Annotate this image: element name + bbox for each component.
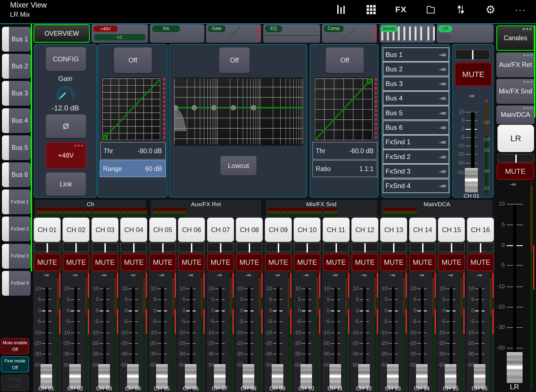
folder-icon[interactable] xyxy=(425,3,437,16)
gate-graph[interactable] xyxy=(102,78,161,141)
channel-mute-button[interactable]: MUTE xyxy=(380,254,407,271)
strip-insert-section[interactable]: Ins xyxy=(150,24,204,43)
gain-knob[interactable] xyxy=(55,83,76,103)
sidebar-item-bus-5[interactable]: Bus 5 xyxy=(2,135,31,160)
view-tab-mix-fx-snd[interactable]: Mix/FX Snd xyxy=(496,79,535,104)
more-icon[interactable]: ··· xyxy=(514,3,527,16)
channel-mute-button[interactable]: MUTE xyxy=(149,254,176,271)
channel-select-button[interactable]: CH 03 xyxy=(92,218,118,242)
channel-select-button[interactable]: CH 02 xyxy=(63,218,89,242)
channel-select-button[interactable]: CH 12 xyxy=(351,218,378,242)
meter-bars-icon[interactable] xyxy=(335,3,347,16)
sidebar-item-bus-1[interactable]: Bus 1 xyxy=(2,27,31,52)
eq-off-button[interactable]: Off xyxy=(219,47,250,73)
channel-pan-slider[interactable] xyxy=(410,243,436,252)
sidebar-item-bus-6[interactable]: Bus 6 xyxy=(2,162,31,187)
gate-threshold-row[interactable]: Thr -80.0 dB xyxy=(100,142,166,160)
channel-mute-button[interactable]: MUTE xyxy=(92,254,118,271)
channel-select-button[interactable]: CH 15 xyxy=(438,218,465,242)
send-row-bus-2[interactable]: Bus 2-∞ xyxy=(383,62,449,76)
fine-mode-button[interactable]: Fine mode Off xyxy=(1,356,29,372)
main-pan-slider[interactable] xyxy=(497,154,534,162)
send-row-bus-4[interactable]: Bus 4-∞ xyxy=(383,91,449,105)
main-fader-knob[interactable] xyxy=(507,352,523,383)
channel-mute-button[interactable]: MUTE xyxy=(236,254,263,271)
channel-select-button[interactable]: CH 04 xyxy=(120,218,147,242)
sidebar-item-fxsnd-4[interactable]: FxSnd 4 xyxy=(2,271,31,296)
channel-select-button[interactable]: CH 09 xyxy=(265,218,292,242)
link-button[interactable]: Link xyxy=(46,172,86,196)
eq-graph[interactable] xyxy=(174,78,303,145)
phantom-button[interactable]: +48V xyxy=(46,142,86,169)
comp-threshold-row[interactable]: Thr -60.0 dB xyxy=(312,142,377,160)
fader-knob[interactable] xyxy=(465,168,478,193)
channel-mute-button[interactable]: MUTE xyxy=(323,254,350,271)
channel-mute-button[interactable]: MUTE xyxy=(467,254,494,271)
channel-pan-slider[interactable] xyxy=(150,243,176,252)
lowcut-button[interactable]: Lowcut xyxy=(220,156,257,175)
channel-mute-button[interactable]: MUTE xyxy=(294,254,320,271)
channel-mute-button[interactable]: MUTE xyxy=(63,254,89,271)
channel-mute-button[interactable]: MUTE xyxy=(120,254,147,271)
channel-pan-slider[interactable] xyxy=(352,243,378,252)
channel-mute-button[interactable]: MUTE xyxy=(351,254,378,271)
decay-button[interactable]: Decay 0.20 s xyxy=(1,374,29,391)
channel-pan-slider[interactable] xyxy=(63,243,89,252)
channel-mute-button[interactable]: MUTE xyxy=(438,254,465,271)
strip-sends-section[interactable]: Sends xyxy=(380,24,435,43)
channel-pan-slider[interactable] xyxy=(467,243,494,252)
send-row-bus-3[interactable]: Bus 3-∞ xyxy=(383,77,449,91)
sidebar-item-fxsnd-2[interactable]: FxSnd 2 xyxy=(2,217,31,241)
channel-pan-slider[interactable] xyxy=(265,243,291,252)
channel-pan-slider[interactable] xyxy=(207,243,234,252)
channel-select-button[interactable]: CH 16 xyxy=(467,218,494,242)
channel-select-button[interactable]: CH 05 xyxy=(149,218,176,242)
bank-tab-aux-fx-ret[interactable]: Aux/FX Ret xyxy=(151,200,261,217)
channel-pan-slider[interactable] xyxy=(381,243,407,252)
main-mute-button[interactable]: MUTE xyxy=(497,163,534,180)
channel-pan-slider[interactable] xyxy=(34,243,60,252)
selected-mute-button[interactable]: MUTE xyxy=(455,62,492,86)
channel-select-button[interactable]: CH 11 xyxy=(323,218,350,242)
channel-select-button[interactable]: CH 06 xyxy=(178,218,205,242)
sidebar-item-bus-2[interactable]: Bus 2 xyxy=(2,54,31,79)
bank-tab-mix-fx-snd[interactable]: Mix/FX Snd xyxy=(266,200,377,217)
config-button[interactable]: CONFIG xyxy=(46,47,86,71)
send-row-fxsnd-2[interactable]: FxSnd 2-∞ xyxy=(383,150,449,164)
gate-range-row[interactable]: Range 60 dB xyxy=(100,160,166,177)
overview-button[interactable]: OVERVIEW xyxy=(34,24,90,43)
phase-button[interactable]: Ø xyxy=(46,114,86,138)
send-row-bus-1[interactable]: Bus 1-∞ xyxy=(383,47,449,62)
sidebar-item-bus-3[interactable]: Bus 3 xyxy=(2,81,31,106)
channel-pan-slider[interactable] xyxy=(294,243,320,252)
send-row-bus-6[interactable]: Bus 6-∞ xyxy=(383,121,449,135)
channel-pan-slider[interactable] xyxy=(236,243,262,252)
channel-select-button[interactable]: CH 07 xyxy=(207,218,234,242)
grid-icon[interactable] xyxy=(365,3,377,16)
send-row-fxsnd-4[interactable]: FxSnd 4-∞ xyxy=(383,179,449,193)
strip-gate-section[interactable]: Gate xyxy=(206,24,261,43)
channel-mute-button[interactable]: MUTE xyxy=(409,254,436,271)
sidebar-item-fxsnd-3[interactable]: FxSnd 3 xyxy=(2,244,31,269)
send-row-fxsnd-3[interactable]: FxSnd 3-∞ xyxy=(383,164,449,178)
transfer-icon[interactable] xyxy=(454,3,467,16)
comp-graph[interactable] xyxy=(314,78,373,141)
channel-select-button[interactable]: CH 01 xyxy=(34,218,61,242)
bank-tab-ch[interactable]: Ch xyxy=(35,200,146,217)
channel-mute-button[interactable]: MUTE xyxy=(265,254,292,271)
settings-icon[interactable]: ⚙ xyxy=(484,3,497,16)
comp-off-button[interactable]: Off xyxy=(326,47,364,73)
fx-icon[interactable]: FX xyxy=(395,3,407,16)
channel-mute-button[interactable]: MUTE xyxy=(34,254,61,271)
channel-pan-slider[interactable] xyxy=(121,243,147,252)
channel-select-button[interactable]: CH 10 xyxy=(294,218,320,242)
channel-mute-button[interactable]: MUTE xyxy=(178,254,205,271)
channel-mute-button[interactable]: MUTE xyxy=(207,254,234,271)
gate-off-button[interactable]: Off xyxy=(114,47,152,73)
comp-ratio-row[interactable]: Ratio 1.1:1 xyxy=(312,160,377,177)
mute-enable-button[interactable]: Mute enable Off xyxy=(1,338,29,354)
send-row-bus-5[interactable]: Bus 5-∞ xyxy=(383,106,449,120)
view-tab-aux-fx-ret[interactable]: Aux/FX Ret xyxy=(496,52,535,77)
send-row-fxsnd-1[interactable]: FxSnd 1-∞ xyxy=(383,135,449,149)
sidebar-item-bus-4[interactable]: Bus 4 xyxy=(2,108,31,133)
